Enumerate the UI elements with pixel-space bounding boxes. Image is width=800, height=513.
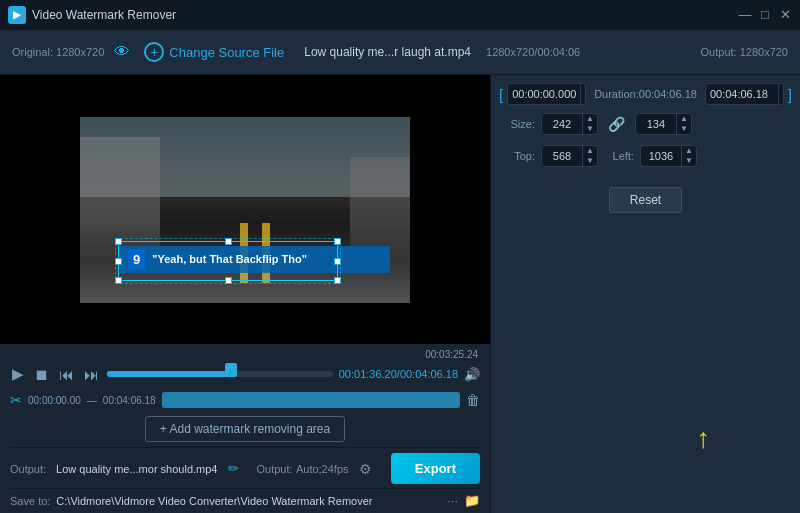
add-watermark-area-button[interactable]: + Add watermark removing area bbox=[145, 416, 345, 442]
end-time-up[interactable]: ▲ bbox=[779, 84, 784, 94]
section-gap bbox=[499, 175, 792, 177]
clip-icon: ✂ bbox=[10, 392, 22, 408]
more-options-button[interactable]: ··· bbox=[447, 493, 458, 508]
duration-text: Duration:00:04:06.18 bbox=[594, 88, 697, 100]
width-down[interactable]: ▼ bbox=[583, 124, 597, 134]
output-label: Output: 1280x720 bbox=[701, 46, 788, 58]
start-time-spinners: ▲ ▼ bbox=[580, 84, 586, 104]
app-icon: ▶ bbox=[8, 6, 26, 24]
top-label: Top: bbox=[499, 150, 535, 162]
save-to-label: Save to: bbox=[10, 495, 50, 507]
maximize-button[interactable]: □ bbox=[758, 8, 772, 22]
end-time-input[interactable] bbox=[706, 85, 778, 103]
minimize-button[interactable]: — bbox=[738, 8, 752, 22]
width-up[interactable]: ▲ bbox=[583, 114, 597, 124]
file-meta: 1280x720/00:04:06 bbox=[486, 46, 580, 58]
clip-progress-bar[interactable] bbox=[162, 392, 460, 408]
output-filename: Low quality me...mor should.mp4 bbox=[56, 463, 217, 475]
height-input[interactable] bbox=[636, 115, 676, 133]
height-up[interactable]: ▲ bbox=[677, 114, 691, 124]
toolbar: Original: 1280x720 👁 + Change Source Fil… bbox=[0, 30, 800, 75]
output-settings-prefix: Output: bbox=[257, 463, 293, 475]
clip-start: 00:00:00.00 bbox=[28, 395, 81, 406]
main-content: 9 "Yeah, but That Backflip Tho" bbox=[0, 75, 800, 513]
timeline-controls: ▶ ⏹ ⏮ ⏭ 00:01:36.20/00:04:06.18 🔊 bbox=[10, 363, 480, 385]
position-row: Top: ▲ ▼ Left: ▲ ▼ bbox=[499, 143, 792, 169]
close-button[interactable]: ✕ bbox=[778, 8, 792, 22]
preview-eye-button[interactable]: 👁 bbox=[114, 43, 130, 61]
output-settings-label: Output: Auto;24fps bbox=[257, 462, 349, 476]
subtitle-text: "Yeah, but That Backflip Tho" bbox=[152, 253, 307, 265]
top-spinners: ▲ ▼ bbox=[582, 146, 597, 166]
end-time-input-group[interactable]: ▲ ▼ bbox=[705, 83, 784, 105]
timeline-progress bbox=[107, 371, 231, 377]
open-folder-button[interactable]: 📁 bbox=[464, 493, 480, 508]
export-button[interactable]: Export bbox=[391, 453, 480, 484]
timeline-area: 00:03:25.24 ▶ ⏹ ⏮ ⏭ 00:01:36.20/00:04:06… bbox=[0, 344, 490, 416]
bracket-end-button[interactable]: ] bbox=[788, 86, 792, 103]
start-time-down[interactable]: ▼ bbox=[581, 94, 586, 104]
clip-end: 00:04:06.18 bbox=[103, 395, 156, 406]
output-label-sm: Output: bbox=[10, 463, 46, 475]
play-button[interactable]: ▶ bbox=[10, 363, 26, 385]
timeline-bar[interactable] bbox=[107, 367, 333, 381]
height-spinners: ▲ ▼ bbox=[676, 114, 691, 134]
right-panel: [ ▲ ▼ Duration:00:04:06.18 ▲ ▼ ] Size: bbox=[490, 75, 800, 513]
clip-delete-button[interactable]: 🗑 bbox=[466, 392, 480, 408]
left-down[interactable]: ▼ bbox=[682, 156, 696, 166]
volume-icon[interactable]: 🔊 bbox=[464, 367, 480, 382]
left-input-group[interactable]: ▲ ▼ bbox=[640, 145, 697, 167]
subtitle-bar: 9 "Yeah, but That Backflip Tho" bbox=[120, 246, 390, 273]
clip-row: ✂ 00:00:00.00 — 00:04:06.18 🗑 bbox=[10, 389, 480, 411]
width-input[interactable] bbox=[542, 115, 582, 133]
timeline-thumb[interactable] bbox=[225, 363, 237, 377]
edit-output-icon[interactable]: ✏ bbox=[228, 461, 239, 476]
left-input[interactable] bbox=[641, 147, 681, 165]
width-input-group[interactable]: ▲ ▼ bbox=[541, 113, 598, 135]
start-time-input[interactable] bbox=[508, 85, 580, 103]
video-area: 9 "Yeah, but That Backflip Tho" bbox=[0, 75, 490, 513]
link-dimensions-icon[interactable]: 🔗 bbox=[608, 116, 625, 132]
output-row: Output: Low quality me...mor should.mp4 … bbox=[10, 447, 480, 484]
start-time-input-group[interactable]: ▲ ▼ bbox=[507, 83, 586, 105]
left-up[interactable]: ▲ bbox=[682, 146, 696, 156]
app-title: Video Watermark Remover bbox=[32, 8, 738, 22]
bottom-area: + Add watermark removing area Output: Lo… bbox=[0, 416, 490, 513]
top-down[interactable]: ▼ bbox=[583, 156, 597, 166]
frame-back-button[interactable]: ⏮ bbox=[57, 364, 76, 385]
change-source-button[interactable]: + Change Source File bbox=[144, 42, 284, 62]
left-label: Left: bbox=[604, 150, 634, 162]
video-preview[interactable]: 9 "Yeah, but That Backflip Tho" bbox=[0, 75, 490, 344]
top-input[interactable] bbox=[542, 147, 582, 165]
settings-gear-icon[interactable]: ⚙ bbox=[359, 461, 372, 477]
subtitle-number: 9 bbox=[128, 250, 145, 269]
file-info: Low quality me...r laugh at.mp4 1280x720… bbox=[304, 45, 690, 59]
height-down[interactable]: ▼ bbox=[677, 124, 691, 134]
reset-button[interactable]: Reset bbox=[609, 187, 682, 213]
playback-time: 00:01:36.20/00:04:06.18 bbox=[339, 368, 458, 380]
title-bar: ▶ Video Watermark Remover — □ ✕ bbox=[0, 0, 800, 30]
output-format: Auto;24fps bbox=[296, 463, 349, 475]
stop-button[interactable]: ⏹ bbox=[32, 364, 51, 385]
left-spinners: ▲ ▼ bbox=[681, 146, 696, 166]
save-row: Save to: C:\Vidmore\Vidmore Video Conver… bbox=[10, 488, 480, 508]
size-label: Size: bbox=[499, 118, 535, 130]
start-time-up[interactable]: ▲ bbox=[581, 84, 586, 94]
add-icon: + bbox=[144, 42, 164, 62]
width-spinners: ▲ ▼ bbox=[582, 114, 597, 134]
top-input-group[interactable]: ▲ ▼ bbox=[541, 145, 598, 167]
save-path: C:\Vidmore\Vidmore Video Converter\Video… bbox=[56, 495, 441, 507]
arrow-indicator: ↓ bbox=[696, 426, 710, 458]
timeline-track bbox=[107, 371, 333, 377]
time-indicator: 00:03:25.24 bbox=[10, 349, 480, 360]
clip-dash: — bbox=[87, 395, 97, 406]
window-controls: — □ ✕ bbox=[738, 8, 792, 22]
end-time-spinners: ▲ ▼ bbox=[778, 84, 784, 104]
frame-forward-button[interactable]: ⏭ bbox=[82, 364, 101, 385]
video-frame: 9 "Yeah, but That Backflip Tho" bbox=[80, 117, 410, 303]
time-range-row: [ ▲ ▼ Duration:00:04:06.18 ▲ ▼ ] bbox=[499, 83, 792, 105]
top-up[interactable]: ▲ bbox=[583, 146, 597, 156]
bracket-start-button[interactable]: [ bbox=[499, 86, 503, 103]
end-time-down[interactable]: ▼ bbox=[779, 94, 784, 104]
height-input-group[interactable]: ▲ ▼ bbox=[635, 113, 692, 135]
